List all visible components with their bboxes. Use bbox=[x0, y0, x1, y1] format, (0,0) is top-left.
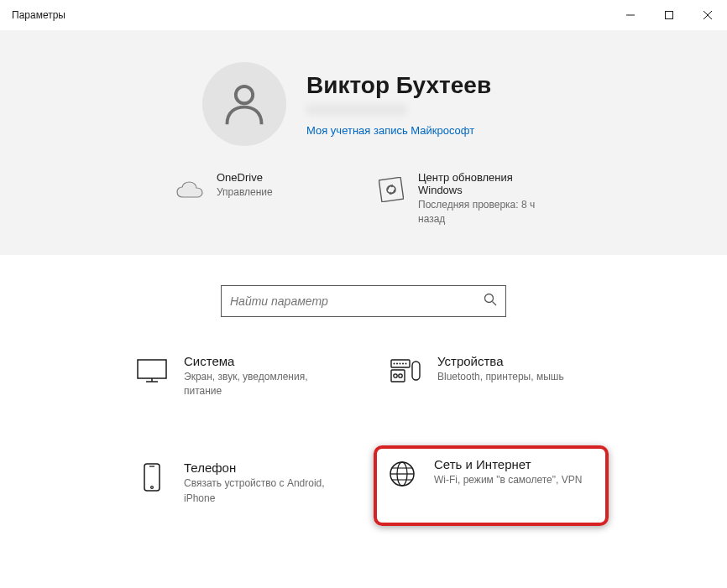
phone-icon bbox=[135, 461, 169, 494]
category-title: Сеть и Интернет bbox=[434, 457, 582, 471]
category-title: Устройства bbox=[437, 354, 564, 368]
svg-rect-11 bbox=[412, 362, 420, 380]
user-row: Виктор Бухтеев Моя учетная запись Майкро… bbox=[34, 62, 693, 146]
category-sub: Экран, звук, уведомления, питание bbox=[184, 370, 335, 399]
maximize-button[interactable] bbox=[650, 0, 688, 30]
svg-point-1 bbox=[236, 86, 253, 103]
system-icon bbox=[135, 354, 169, 388]
person-icon bbox=[220, 80, 269, 128]
svg-rect-2 bbox=[379, 177, 403, 201]
tile-onedrive[interactable]: OneDrive Управление bbox=[175, 171, 351, 226]
search-icon bbox=[484, 293, 497, 310]
user-info: Виктор Бухтеев Моя учетная запись Майкро… bbox=[306, 72, 525, 137]
window-controls bbox=[611, 0, 727, 30]
svg-point-14 bbox=[399, 373, 402, 377]
tile-windows-update[interactable]: Центр обновления Windows Последняя прове… bbox=[376, 171, 552, 226]
categories-grid: Система Экран, звук, уведомления, питани… bbox=[76, 346, 651, 552]
category-phone[interactable]: Телефон Связать устройство с Android, iP… bbox=[127, 452, 347, 518]
tile-body: OneDrive Управление bbox=[217, 171, 273, 200]
window-title: Параметры bbox=[12, 9, 65, 21]
globe-icon bbox=[385, 457, 419, 491]
svg-point-3 bbox=[485, 294, 494, 302]
search-input[interactable] bbox=[230, 294, 477, 308]
account-section: Виктор Бухтеев Моя учетная запись Майкро… bbox=[0, 30, 727, 255]
category-sub: Связать устройство с Android, iPhone bbox=[184, 476, 335, 506]
svg-rect-0 bbox=[666, 12, 673, 19]
svg-rect-15 bbox=[144, 464, 160, 491]
category-devices[interactable]: Устройства Bluetooth, принтеры, мышь bbox=[380, 346, 600, 411]
tile-body: Центр обновления Windows Последняя прове… bbox=[418, 171, 552, 226]
svg-point-13 bbox=[394, 373, 397, 377]
avatar[interactable] bbox=[202, 62, 286, 146]
settings-window: Параметры Виктор Бухтеев bbox=[0, 0, 727, 588]
search-box[interactable] bbox=[221, 285, 506, 317]
category-title: Система bbox=[184, 354, 335, 368]
close-button[interactable] bbox=[688, 0, 727, 30]
tile-sub: Последняя проверка: 8 ч назад bbox=[418, 198, 552, 226]
ms-account-link[interactable]: Моя учетная запись Майкрософт bbox=[306, 124, 525, 137]
category-sub: Wi-Fi, режим "в самолете", VPN bbox=[434, 473, 582, 487]
user-email-redacted bbox=[306, 104, 407, 116]
category-body: Система Экран, звук, уведомления, питани… bbox=[184, 354, 335, 399]
category-title: Телефон bbox=[184, 461, 335, 475]
category-body: Телефон Связать устройство с Android, iP… bbox=[184, 461, 335, 506]
category-sub: Bluetooth, принтеры, мышь bbox=[437, 370, 564, 384]
cloud-icon bbox=[175, 174, 205, 205]
svg-point-7 bbox=[396, 362, 398, 364]
update-icon bbox=[376, 174, 406, 205]
minimize-button[interactable] bbox=[611, 0, 650, 30]
tile-sub: Управление bbox=[217, 185, 273, 200]
svg-point-16 bbox=[151, 487, 154, 489]
tile-title: Центр обновления Windows bbox=[418, 171, 552, 196]
titlebar: Параметры bbox=[0, 0, 727, 30]
category-body: Сеть и Интернет Wi-Fi, режим "в самолете… bbox=[434, 457, 582, 487]
category-network[interactable]: Сеть и Интернет Wi-Fi, режим "в самолете… bbox=[374, 445, 609, 526]
svg-point-10 bbox=[405, 362, 407, 364]
tiles-row: OneDrive Управление Центр обновления Win… bbox=[34, 171, 693, 226]
svg-point-9 bbox=[402, 362, 404, 364]
svg-point-6 bbox=[394, 362, 395, 364]
category-body: Устройства Bluetooth, принтеры, мышь bbox=[437, 354, 564, 384]
category-system[interactable]: Система Экран, звук, уведомления, питани… bbox=[127, 346, 347, 411]
svg-point-8 bbox=[400, 362, 401, 364]
svg-rect-4 bbox=[138, 360, 166, 378]
tile-title: OneDrive bbox=[217, 171, 273, 184]
search-wrap bbox=[0, 255, 727, 346]
user-name: Виктор Бухтеев bbox=[306, 72, 525, 99]
devices-icon bbox=[389, 354, 422, 388]
